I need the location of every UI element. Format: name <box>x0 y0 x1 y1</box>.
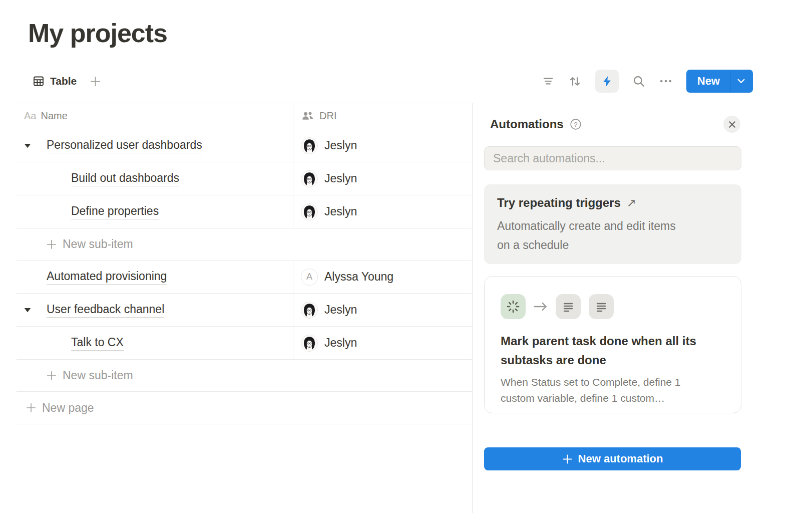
text-type-icon: Aa <box>24 110 36 122</box>
dri-cell[interactable]: Jeslyn <box>293 327 472 359</box>
add-view-icon[interactable] <box>90 76 101 87</box>
new-page-label: New page <box>42 401 94 415</box>
panel-divider <box>472 103 473 513</box>
page-link[interactable]: Automated provisioning <box>47 270 167 285</box>
svg-text:?: ? <box>574 121 577 128</box>
automations-panel: Automations ? Try repeating triggers ↗ A… <box>484 0 741 513</box>
arrow-right-icon <box>533 301 549 312</box>
automation-description: When Status set to Complete, define 1 cu… <box>501 374 725 406</box>
new-sub-item-label: New sub-item <box>63 237 133 251</box>
avatar <box>301 203 318 220</box>
dri-cell[interactable]: Jeslyn <box>293 294 472 326</box>
table-row: Define properties Jeslyn <box>17 195 472 228</box>
in-progress-spinner-icon <box>501 294 526 319</box>
table-row: Personalized user dashboards Jeslyn <box>17 129 472 162</box>
new-sub-item-label: New sub-item <box>63 369 133 382</box>
tab-table-label: Table <box>50 75 77 87</box>
column-header-name[interactable]: Aa Name <box>17 103 293 129</box>
avatar <box>301 170 318 187</box>
toggle-expanded-icon[interactable] <box>24 143 31 148</box>
table-row: Talk to CX Jeslyn <box>17 327 472 360</box>
repeating-triggers-promo-card[interactable]: Try repeating triggers ↗ Automatically c… <box>484 184 741 264</box>
external-arrow-icon: ↗ <box>627 196 636 210</box>
search-automations-input[interactable] <box>484 146 741 170</box>
table-row: User feedback channel Jeslyn <box>17 294 472 327</box>
people-icon <box>301 110 314 122</box>
text-lines-icon <box>556 294 581 319</box>
column-header-dri[interactable]: DRI <box>293 103 472 129</box>
page-link[interactable]: Define properties <box>71 204 159 219</box>
avatar <box>301 335 318 352</box>
table-view-icon <box>33 75 45 87</box>
page-link[interactable]: Build out dashboards <box>71 171 179 186</box>
dri-cell[interactable]: A Alyssa Young <box>293 261 472 293</box>
dri-cell[interactable]: Jeslyn <box>293 162 472 195</box>
automation-card[interactable]: Mark parent task done when all its subta… <box>484 276 741 413</box>
page-link[interactable]: Personalized user dashboards <box>47 138 202 153</box>
page-title: My projects <box>28 18 167 48</box>
notion-app-window: My projects Table <box>0 0 812 513</box>
promo-description: Automatically create and edit items on a… <box>497 216 728 254</box>
toggle-expanded-icon[interactable] <box>24 308 31 313</box>
plus-icon <box>26 402 37 413</box>
plus-icon <box>562 454 573 464</box>
avatar-letter: A <box>301 269 318 286</box>
table-row: Build out dashboards Jeslyn <box>17 162 472 195</box>
dri-cell[interactable]: Jeslyn <box>293 129 472 162</box>
text-lines-icon <box>589 294 614 319</box>
help-icon[interactable]: ? <box>570 118 582 130</box>
new-sub-item-button[interactable]: New sub-item <box>17 228 472 261</box>
table-row: Automated provisioning A Alyssa Young <box>17 261 472 294</box>
plus-icon <box>46 370 57 381</box>
close-panel-button[interactable] <box>723 116 740 133</box>
panel-title: Automations <box>490 117 564 131</box>
tab-table-view[interactable]: Table <box>33 75 77 87</box>
avatar <box>301 137 318 154</box>
new-page-button[interactable]: New page <box>17 392 472 424</box>
new-automation-button[interactable]: New automation <box>484 447 741 470</box>
dri-cell[interactable]: Jeslyn <box>293 195 472 228</box>
plus-icon <box>46 239 57 250</box>
projects-table: Aa Name DRI Pers <box>17 103 472 424</box>
page-link[interactable]: Talk to CX <box>71 336 124 351</box>
page-link[interactable]: User feedback channel <box>47 303 164 318</box>
automation-title: Mark parent task done when all its subta… <box>501 332 725 370</box>
avatar <box>301 302 318 319</box>
table-header-row: Aa Name DRI <box>17 103 472 129</box>
new-sub-item-button[interactable]: New sub-item <box>17 360 472 392</box>
promo-title: Try repeating triggers <box>497 196 621 210</box>
new-automation-label: New automation <box>578 452 663 465</box>
